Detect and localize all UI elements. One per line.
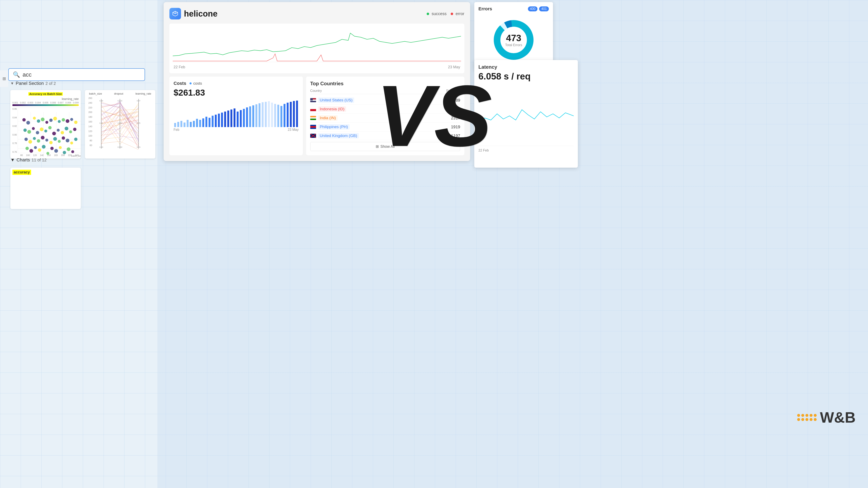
costs-date-end: 23 May [288, 128, 299, 132]
costs-dot-label: costs [193, 82, 202, 86]
svg-rect-97 [240, 110, 242, 127]
svg-point-28 [52, 132, 56, 135]
search-box[interactable]: 🔍 acc [8, 68, 145, 81]
svg-point-32 [69, 130, 72, 133]
svg-point-30 [61, 131, 64, 134]
svg-point-37 [37, 139, 40, 142]
svg-rect-82 [193, 121, 195, 127]
donut-center: 473 Total Errors [505, 33, 522, 47]
search-value[interactable]: acc [23, 71, 32, 78]
svg-point-58 [71, 150, 74, 153]
latency-line-chart [478, 85, 574, 147]
svg-rect-83 [196, 119, 198, 127]
svg-point-56 [63, 151, 66, 154]
lr-axis-3: 0.004 [35, 101, 41, 104]
country-name-1: United States (US) [318, 97, 354, 103]
costs-bar-chart [174, 100, 299, 127]
svg-text:0.87: 0.87 [137, 100, 141, 102]
svg-point-43 [62, 136, 65, 140]
sidebar-icon: ⊞ [2, 76, 6, 81]
svg-point-51 [42, 145, 45, 149]
svg-point-26 [44, 130, 47, 132]
lr-axis-2: 0.003 [28, 101, 33, 104]
donut-chart-container: 473 Total Errors [478, 14, 549, 66]
svg-rect-84 [199, 120, 201, 127]
svg-point-38 [41, 136, 44, 139]
svg-point-41 [53, 137, 57, 141]
svg-rect-79 [184, 123, 185, 127]
svg-point-31 [65, 127, 68, 130]
country-name-2: Indonesia (ID) [318, 106, 346, 112]
svg-point-33 [73, 128, 76, 131]
svg-rect-86 [206, 117, 207, 127]
svg-rect-87 [209, 118, 210, 127]
svg-rect-90 [218, 113, 220, 127]
svg-rect-99 [246, 107, 248, 127]
svg-point-23 [32, 127, 35, 130]
svg-rect-107 [271, 103, 273, 127]
col-dropout: dropout [114, 92, 123, 95]
svg-point-24 [36, 131, 39, 134]
latency-title: Latency [478, 64, 574, 70]
charts-expand-icon[interactable]: ▼ [10, 157, 15, 163]
svg-point-36 [33, 137, 36, 140]
panel-section-count: 2 of 2 [45, 81, 56, 86]
parallel-coords-card: batch_size dropout learning_rate 260 240… [85, 90, 155, 159]
wb-logo: W&B [797, 409, 856, 426]
errors-header: Errors 400 401 [478, 6, 549, 11]
svg-point-39 [45, 139, 48, 141]
svg-point-15 [53, 117, 57, 121]
svg-point-22 [27, 130, 31, 134]
col-batch-size: batch_size [89, 92, 102, 95]
donut-label: Total Errors [505, 43, 522, 47]
svg-rect-85 [203, 118, 204, 127]
parallel-coords-svg: 0.80 0.40 0.00 0.010 0.005 0.000 0.87 0.… [93, 97, 147, 151]
lr-label: learning_rate [62, 97, 79, 101]
badge-401: 401 [539, 6, 549, 11]
svg-point-53 [50, 147, 54, 150]
sidebar-toggle[interactable]: ⊞ [0, 70, 8, 87]
helicone-legend: success error [427, 11, 464, 16]
svg-rect-115 [296, 101, 298, 127]
svg-point-13 [45, 121, 48, 124]
y-0.86: 0.86 [12, 108, 17, 110]
svg-point-19 [70, 118, 73, 121]
scatter-card-inner: Accuracy vs Batch Size learning_rate 0.0… [10, 90, 81, 159]
svg-rect-94 [230, 109, 232, 127]
svg-rect-96 [237, 111, 239, 127]
costs-title: Costs [174, 81, 186, 86]
expand-icon[interactable]: ▼ [10, 82, 14, 86]
helicone-cube-icon [172, 10, 179, 17]
svg-point-44 [66, 139, 69, 142]
lr-axis-0: 0.001 [12, 101, 18, 104]
svg-point-10 [33, 117, 36, 120]
latency-date-start: 22 Feb [478, 149, 574, 152]
svg-point-46 [74, 138, 78, 141]
errors-panel: Errors 400 401 473 Total Errors [474, 2, 553, 70]
svg-point-16 [58, 120, 61, 123]
col-country: Country [310, 89, 322, 93]
svg-text:0.74: 0.74 [137, 146, 141, 148]
panel-section-header: ▼ Panel Section 2 of 2 [10, 81, 56, 86]
wb-dot-4 [810, 414, 812, 417]
svg-point-20 [74, 121, 78, 124]
svg-rect-76 [174, 123, 176, 127]
svg-point-57 [67, 148, 70, 151]
chart-date-start: 22 Feb [174, 65, 185, 69]
costs-title-row: Costs costs [174, 81, 299, 86]
svg-point-48 [29, 149, 33, 153]
wb-dot-5 [814, 414, 817, 417]
y-0.76: 0.76 [12, 151, 17, 153]
lr-axis-6: 0.007 [58, 101, 64, 104]
svg-rect-101 [252, 105, 254, 127]
svg-point-11 [37, 120, 40, 123]
svg-point-35 [28, 140, 32, 143]
svg-rect-102 [255, 104, 257, 127]
costs-date-start: Feb [174, 128, 179, 132]
y-0.80: 0.80 [12, 133, 17, 136]
legend-success: success [427, 11, 446, 16]
col-learning-rate: learning_rate [135, 92, 151, 95]
parallel-card-inner: batch_size dropout learning_rate 260 240… [85, 90, 155, 153]
panel-section-label: Panel Section [16, 81, 44, 86]
wb-dot-1 [797, 414, 800, 417]
